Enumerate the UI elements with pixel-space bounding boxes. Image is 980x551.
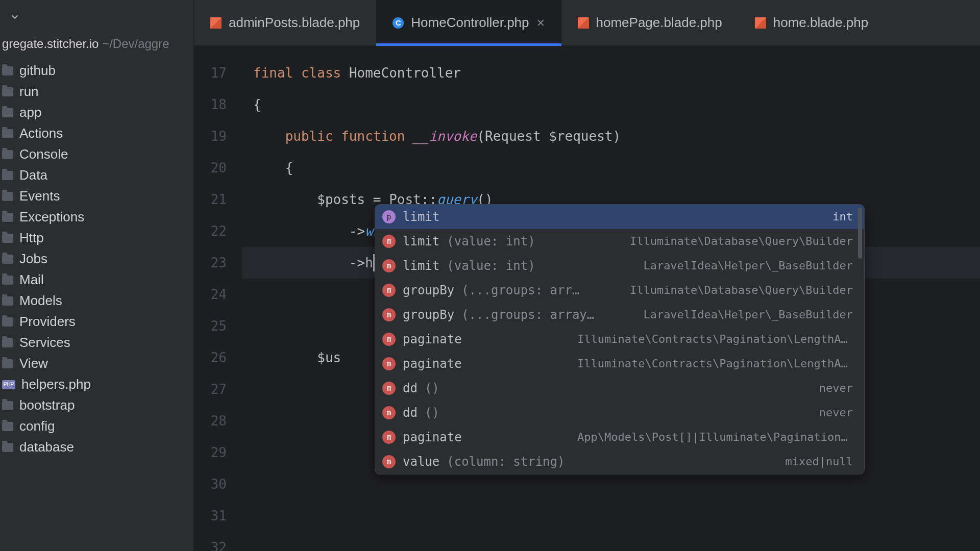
var-user-partial: $us xyxy=(317,350,341,365)
completion-item-limit[interactable]: mlimit(value: int)Illuminate\Database\Qu… xyxy=(375,229,864,254)
tab-home-blade-php[interactable]: home.blade.php xyxy=(739,0,885,45)
tree-item-label: database xyxy=(19,439,74,455)
code-editor[interactable]: final class HomeController { public func… xyxy=(242,46,980,551)
line-number: 26 xyxy=(194,342,242,373)
tree-item-label: app xyxy=(19,105,41,120)
completion-type: App\Models\Post[]|Illuminate\Pagination\… xyxy=(577,425,853,449)
typed-partial: h xyxy=(365,255,373,270)
completion-name: value xyxy=(403,449,439,474)
tree-item-Events[interactable]: Events xyxy=(0,186,193,207)
editor-area[interactable]: 17181920212223242526272829303132 final c… xyxy=(194,46,980,551)
tab-adminPosts-blade-php[interactable]: adminPosts.blade.php xyxy=(194,0,376,45)
tree-item-Http[interactable]: Http xyxy=(0,228,193,248)
class-name: HomeController xyxy=(349,65,461,81)
tree-item-helpers-php[interactable]: PHPhelpers.php xyxy=(0,374,193,395)
folder-icon xyxy=(2,255,13,264)
tree-item-config[interactable]: config xyxy=(0,416,193,437)
method-icon: m xyxy=(382,431,396,444)
tree-item-app[interactable]: app xyxy=(0,102,193,123)
folder-icon xyxy=(2,443,13,452)
completion-type: int xyxy=(832,205,853,229)
folder-icon xyxy=(2,108,13,117)
keyword-public: public xyxy=(285,129,333,144)
completion-name: dd xyxy=(403,376,418,400)
tree-item-label: config xyxy=(19,418,55,434)
tab-label: adminPosts.blade.php xyxy=(229,15,360,31)
param-type-request: Request xyxy=(485,129,541,144)
tree-item-label: bootstrap xyxy=(19,397,75,413)
completion-item-value[interactable]: mvalue(column: string)mixed|null xyxy=(375,449,864,474)
tree-item-label: Data xyxy=(19,167,47,183)
tree-item-View[interactable]: View xyxy=(0,353,193,374)
tab-label: HomeController.php xyxy=(411,15,529,31)
line-number: 23 xyxy=(194,247,242,279)
completion-type: Illuminate\Contracts\Pagination\LengthAw… xyxy=(577,352,853,376)
completion-type: LaravelIdea\Helper\_BaseBuilder xyxy=(643,303,853,327)
method-name-invoke: __invoke xyxy=(413,129,477,144)
blade-icon xyxy=(210,17,222,29)
completion-signature: (...groups: arr… xyxy=(461,278,579,303)
completion-signature: (value: int) xyxy=(447,254,535,278)
line-number: 31 xyxy=(194,500,242,532)
property-icon: p xyxy=(382,210,396,223)
completion-item-paginate[interactable]: mpaginateApp\Models\Post[]|Illuminate\Pa… xyxy=(375,425,864,449)
tab-homePage-blade-php[interactable]: homePage.blade.php xyxy=(561,0,739,45)
completion-name: limit xyxy=(403,205,439,229)
tree-collapse-button[interactable] xyxy=(3,5,27,29)
line-number: 29 xyxy=(194,437,242,468)
tree-item-Services[interactable]: Services xyxy=(0,332,193,353)
popup-scrollbar[interactable] xyxy=(858,208,862,259)
method-icon: m xyxy=(382,455,396,468)
editor-tab-bar: adminPosts.blade.phpCHomeController.php✕… xyxy=(194,0,980,46)
tree-item-Jobs[interactable]: Jobs xyxy=(0,248,193,269)
completion-item-dd[interactable]: mdd()never xyxy=(375,400,864,425)
method-icon: m xyxy=(382,259,396,272)
project-tree-panel: gregate.stitcher.io ~/Dev/aggre githubru… xyxy=(0,0,194,551)
completion-item-dd[interactable]: mdd()never xyxy=(375,376,864,400)
tree-item-Models[interactable]: Models xyxy=(0,290,193,311)
completion-item-groupBy[interactable]: mgroupBy(...groups: arr…Illuminate\Datab… xyxy=(375,278,864,303)
completion-signature: () xyxy=(425,376,439,400)
completion-item-paginate[interactable]: mpaginateIlluminate\Contracts\Pagination… xyxy=(375,352,864,376)
method-icon: m xyxy=(382,382,396,395)
tree-item-github[interactable]: github xyxy=(0,60,193,81)
completion-name: limit xyxy=(403,229,439,254)
tree-item-Console[interactable]: Console xyxy=(0,144,193,165)
tree-item-Data[interactable]: Data xyxy=(0,165,193,186)
line-number: 30 xyxy=(194,468,242,500)
tree-item-Mail[interactable]: Mail xyxy=(0,269,193,290)
tree-item-database[interactable]: database xyxy=(0,437,193,458)
completion-name: paginate xyxy=(403,327,462,352)
tree-item-Providers[interactable]: Providers xyxy=(0,311,193,332)
line-number: 19 xyxy=(194,120,242,152)
completion-name: groupBy xyxy=(403,278,454,303)
tab-close-button[interactable]: ✕ xyxy=(536,17,545,29)
completion-item-limit[interactable]: mlimit(value: int)LaravelIdea\Helper\_Ba… xyxy=(375,254,864,278)
completion-item-limit[interactable]: plimitint xyxy=(375,205,864,229)
completion-signature: (...groups: array… xyxy=(461,303,594,327)
folder-icon xyxy=(2,66,13,76)
completion-type: never xyxy=(819,376,853,400)
line-number: 20 xyxy=(194,152,242,184)
var-posts: $posts xyxy=(317,192,365,207)
tree-item-run[interactable]: run xyxy=(0,81,193,102)
method-icon: m xyxy=(382,406,396,419)
tree-item-Exceptions[interactable]: Exceptions xyxy=(0,207,193,228)
completion-signature: (value: int) xyxy=(447,229,535,254)
tab-HomeController-php[interactable]: CHomeController.php✕ xyxy=(376,0,561,45)
code-completion-popup[interactable]: plimitintmlimit(value: int)Illuminate\Da… xyxy=(375,204,865,474)
method-icon: m xyxy=(382,333,396,346)
arrow-op-2: -> xyxy=(349,255,365,270)
completion-name: paginate xyxy=(403,352,462,376)
folder-icon xyxy=(2,422,13,431)
folder-icon xyxy=(2,87,13,96)
tree-item-Actions[interactable]: Actions xyxy=(0,123,193,144)
completion-name: limit xyxy=(403,254,439,278)
completion-item-paginate[interactable]: mpaginateIlluminate\Contracts\Pagination… xyxy=(375,327,864,352)
completion-name: paginate xyxy=(403,425,462,449)
keyword-function: function xyxy=(341,129,405,144)
folder-icon xyxy=(2,338,13,347)
line-number: 17 xyxy=(194,57,242,89)
tree-item-bootstrap[interactable]: bootstrap xyxy=(0,395,193,416)
completion-item-groupBy[interactable]: mgroupBy(...groups: array…LaravelIdea\He… xyxy=(375,303,864,327)
